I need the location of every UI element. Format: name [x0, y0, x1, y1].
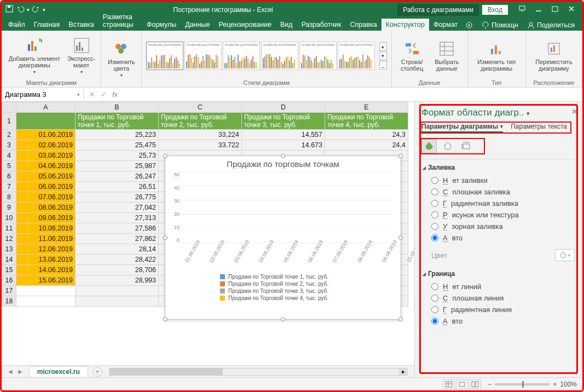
border-option[interactable]: Авто: [431, 315, 575, 327]
date-cell[interactable]: 08.06.2019: [16, 203, 76, 213]
fill-option[interactable]: Узорная заливка: [431, 221, 575, 232]
table-header[interactable]: Продажи по Торговой точке 1, тыс. руб.: [76, 113, 159, 130]
col-header[interactable]: D: [242, 102, 325, 113]
worksheet[interactable]: ABCDE1Продажи по Торговой точке 1, тыс. …: [2, 102, 414, 377]
col-header[interactable]: E: [325, 102, 408, 113]
ribbon-tab-разметка страницы[interactable]: Разметка страницы: [99, 11, 142, 31]
quick-layout-button[interactable]: Экспресс-макет▾: [66, 36, 97, 76]
switch-row-col-button[interactable]: Строка/ столбец: [396, 39, 427, 73]
chart-style-thumb[interactable]: НАЗВАНИЕ ДИАГРАММЫ: [299, 42, 337, 70]
sheet-tab[interactable]: microexcel.ru: [29, 366, 88, 377]
date-cell[interactable]: 04.06.2019: [16, 161, 76, 171]
embedded-chart[interactable]: Продажи по торговым точкам 50403020100 0…: [165, 155, 401, 320]
date-cell[interactable]: [16, 286, 76, 296]
effects-tab-icon[interactable]: [440, 139, 455, 153]
minimize-icon[interactable]: [535, 5, 542, 14]
date-cell[interactable]: 14.06.2019: [16, 265, 76, 275]
ribbon-tab-главная[interactable]: Главная: [30, 19, 65, 31]
pane-tab-chart-options[interactable]: Параметры диаграммы▾: [421, 123, 503, 132]
chart-styles-gallery[interactable]: НАЗВАНИЕ ДИАГРАММЫНАЗВАНИЕ ДИАГРАММЫНАЗВ…: [146, 42, 375, 70]
date-cell[interactable]: 12.06.2019: [16, 244, 76, 255]
fill-option[interactable]: Нет заливки: [431, 175, 575, 186]
close-icon[interactable]: [568, 5, 575, 14]
ribbon-options-icon[interactable]: [519, 5, 525, 14]
tell-me-icon[interactable]: [462, 20, 476, 31]
date-cell[interactable]: 05.06.2019: [16, 171, 76, 182]
ribbon-tab-файл[interactable]: Файл: [4, 19, 30, 31]
fill-option[interactable]: Сплошная заливка: [431, 186, 575, 198]
page-layout-view-icon[interactable]: [456, 379, 468, 389]
zoom-in-icon[interactable]: +: [553, 381, 557, 388]
table-header[interactable]: Продажи по Торговой точке 4, тыс. руб.: [325, 113, 408, 130]
date-cell[interactable]: 09.06.2019: [16, 213, 76, 223]
ribbon-tab-формат[interactable]: Формат: [429, 19, 462, 31]
col-header[interactable]: B: [76, 102, 159, 113]
chart-plot-area[interactable]: 50403020100: [181, 172, 393, 243]
table-header[interactable]: [16, 113, 76, 130]
normal-view-icon[interactable]: [443, 379, 455, 389]
undo-icon[interactable]: [16, 4, 25, 15]
col-header[interactable]: C: [159, 102, 242, 113]
horizontal-scrollbar[interactable]: ◄►: [109, 368, 408, 376]
redo-icon[interactable]: [32, 4, 41, 15]
date-cell[interactable]: [16, 296, 76, 307]
zoom-out-icon[interactable]: −: [488, 381, 492, 388]
fill-option[interactable]: Градиентная заливка: [431, 198, 575, 209]
sheet-nav-prev-icon[interactable]: ◄: [7, 368, 14, 376]
chart-style-thumb[interactable]: НАЗВАНИЕ ДИАГРАММЫ: [223, 42, 260, 70]
cancel-fx-icon[interactable]: ✕: [89, 90, 95, 99]
date-cell[interactable]: 07.06.2019: [16, 192, 76, 203]
fx-icon[interactable]: fx: [112, 91, 118, 99]
fill-color-button[interactable]: ▾: [555, 249, 575, 261]
date-cell[interactable]: 02.06.2019: [16, 140, 76, 151]
styles-scroll-down[interactable]: ▾: [379, 51, 387, 60]
select-data-button[interactable]: Выбрать данные: [431, 39, 463, 73]
styles-more[interactable]: ⎯: [379, 61, 387, 70]
ribbon-tab-вставка[interactable]: Вставка: [64, 19, 98, 31]
save-icon[interactable]: [5, 4, 14, 15]
change-colors-button[interactable]: Изменить цвета▾: [106, 39, 137, 79]
table-header[interactable]: Продажи по Торговой точке 3, тыс. руб.: [242, 113, 325, 130]
date-cell[interactable]: 10.06.2019: [16, 223, 76, 234]
chart-style-thumb[interactable]: НАЗВАНИЕ ДИАГРАММЫ: [338, 42, 375, 70]
ribbon-tab-рецензирование[interactable]: Рецензирование: [215, 19, 276, 31]
chart-style-thumb[interactable]: НАЗВАНИЕ ДИАГРАММЫ: [261, 42, 298, 70]
border-section-header[interactable]: Граница: [423, 270, 575, 278]
col-header[interactable]: A: [16, 102, 76, 113]
page-break-view-icon[interactable]: [469, 379, 481, 389]
ribbon-tab-разработчик[interactable]: Разработчик: [297, 19, 346, 31]
border-option[interactable]: Сплошная линия: [431, 292, 575, 304]
fill-section-header[interactable]: Заливка: [423, 164, 575, 171]
ribbon-tab-данные[interactable]: Данные: [181, 19, 214, 31]
table-header[interactable]: Продажи по Торговой точке 2, тыс. руб.: [159, 113, 242, 130]
ribbon-tab-вид[interactable]: Вид: [276, 19, 297, 31]
date-cell[interactable]: 11.06.2019: [16, 234, 76, 244]
pane-tab-text-options[interactable]: Параметры текста: [511, 123, 567, 132]
date-cell[interactable]: 15.06.2019: [16, 275, 76, 286]
date-cell[interactable]: 03.06.2019: [16, 151, 76, 161]
add-sheet-button[interactable]: +: [92, 367, 102, 377]
zoom-level[interactable]: 100%: [560, 381, 577, 388]
add-chart-element-button[interactable]: Добавить элемент диаграммы▾: [6, 36, 63, 76]
date-cell[interactable]: 06.06.2019: [16, 182, 76, 192]
chart-style-thumb[interactable]: НАЗВАНИЕ ДИАГРАММЫ: [146, 42, 183, 70]
fill-option[interactable]: Рисунок или текстура: [431, 209, 575, 221]
move-chart-button[interactable]: Переместить диаграмму: [530, 39, 577, 73]
ribbon-tab-формулы[interactable]: Формулы: [142, 19, 181, 31]
chart-legend[interactable]: Продажи по Торговой точке 1, тыс. руб.Пр…: [165, 268, 401, 305]
name-box[interactable]: Диаграмма 3▾: [2, 90, 84, 100]
zoom-control[interactable]: − + 100%: [488, 381, 577, 388]
date-cell[interactable]: 13.06.2019: [16, 255, 76, 265]
help-button[interactable]: Помощн: [478, 20, 522, 31]
confirm-fx-icon[interactable]: ✓: [101, 90, 107, 99]
ribbon-tab-конструктор[interactable]: Конструктор: [381, 19, 429, 31]
share-button[interactable]: Поделиться: [524, 20, 578, 31]
maximize-icon[interactable]: [552, 5, 558, 14]
date-cell[interactable]: 01.06.2019: [16, 130, 76, 140]
signin-button[interactable]: Вход: [482, 5, 508, 15]
ribbon-tab-справка[interactable]: Справка: [346, 19, 381, 31]
size-props-tab-icon[interactable]: [459, 139, 474, 153]
border-option[interactable]: Нет линий: [431, 281, 575, 292]
fill-line-tab-icon[interactable]: [421, 139, 437, 153]
pane-close-icon[interactable]: ✕: [571, 107, 578, 116]
